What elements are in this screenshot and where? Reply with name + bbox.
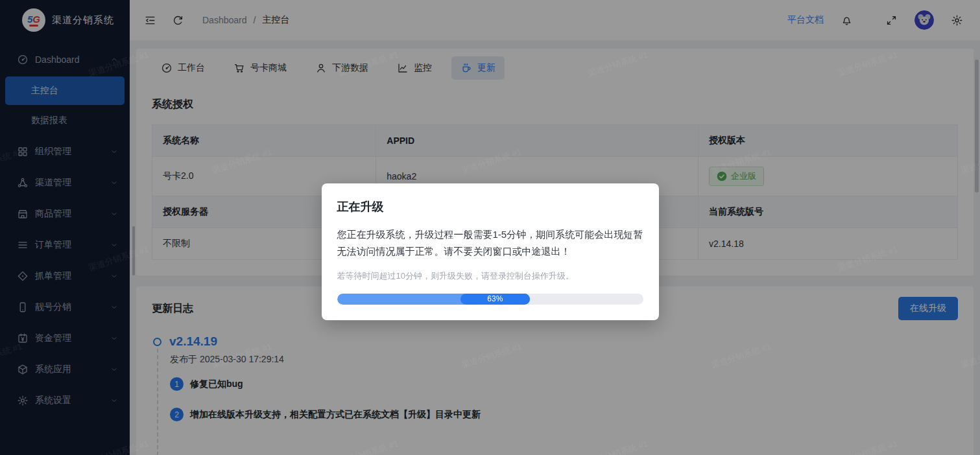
progress-label: 63% bbox=[460, 294, 530, 305]
modal-title: 正在升级 bbox=[337, 199, 643, 215]
modal-note: 若等待时间超过10分钟，则升级失败，请登录控制台操作升级。 bbox=[337, 270, 643, 282]
progress-fill: 63% bbox=[337, 294, 530, 305]
upgrade-progress-bar: 63% bbox=[337, 294, 643, 305]
upgrade-modal: 正在升级 您正在升级系统，升级过程一般需要1-5分钟，期间系统可能会出现短暂无法… bbox=[322, 183, 659, 320]
modal-message: 您正在升级系统，升级过程一般需要1-5分钟，期间系统可能会出现短暂无法访问情况属… bbox=[337, 226, 643, 261]
